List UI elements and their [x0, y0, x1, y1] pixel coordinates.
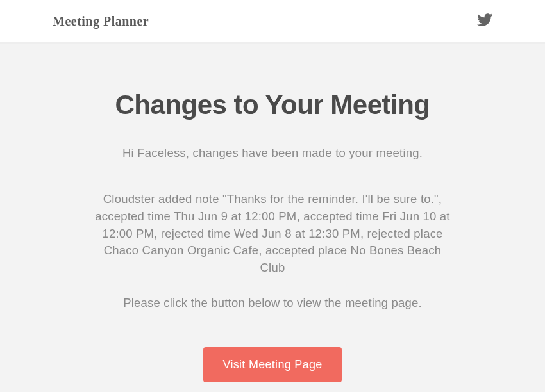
content-area: Changes to Your Meeting Hi Faceless, cha…	[0, 44, 545, 392]
changes-text: Cloudster added note "Thanks for the rem…	[90, 191, 455, 277]
twitter-icon	[477, 12, 492, 30]
twitter-link[interactable]	[477, 12, 492, 30]
header: Meeting Planner	[0, 0, 545, 44]
instruction-text: Please click the button below to view th…	[80, 296, 465, 310]
visit-meeting-button[interactable]: Visit Meeting Page	[203, 347, 341, 382]
greeting-text: Hi Faceless, changes have been made to y…	[80, 146, 465, 160]
page-title: Changes to Your Meeting	[80, 90, 465, 120]
logo[interactable]: Meeting Planner	[53, 14, 149, 29]
content-inner: Changes to Your Meeting Hi Faceless, cha…	[80, 90, 465, 382]
